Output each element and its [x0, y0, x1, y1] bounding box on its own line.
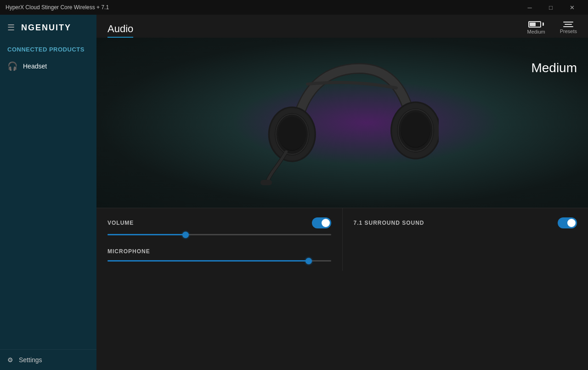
headset-svg: HX	[246, 45, 439, 201]
presets-button[interactable]: Presets	[560, 22, 577, 34]
medium-display: Medium	[531, 61, 577, 75]
sidebar-top: ☰ NGENUITY	[0, 15, 96, 40]
battery-indicator: Medium	[527, 21, 545, 34]
audio-header: Audio	[96, 15, 588, 38]
hamburger-icon[interactable]: ☰	[7, 23, 15, 33]
top-bar: Medium Presets	[516, 15, 588, 40]
svg-rect-9	[260, 180, 272, 185]
volume-slider-container	[107, 234, 331, 235]
sidebar-item-headset[interactable]: 🎧 Headset	[0, 57, 96, 76]
audio-tab[interactable]: Audio	[107, 23, 133, 38]
presets-label: Presets	[560, 28, 577, 34]
mic-slider-fill	[107, 260, 309, 262]
headset-icon: 🎧	[7, 61, 17, 71]
battery-label: Medium	[527, 29, 545, 34]
battery-icon	[528, 21, 544, 28]
settings-icon: ⚙	[7, 356, 13, 364]
battery-fill	[530, 23, 536, 26]
titlebar: HyperX Cloud Stinger Core Wireless + 7.1…	[0, 0, 588, 15]
volume-slider-track	[107, 234, 331, 235]
preset-line-3	[563, 26, 573, 27]
surround-panel: 7.1 SURROUND SOUND	[343, 208, 588, 271]
mic-slider-track	[107, 260, 331, 262]
battery-tip	[543, 23, 544, 26]
mic-slider-container	[107, 260, 331, 262]
volume-row: VOLUME	[107, 217, 331, 228]
surround-row: 7.1 SURROUND SOUND	[354, 217, 577, 228]
close-button[interactable]: ✕	[561, 0, 582, 15]
battery-body	[528, 21, 541, 28]
titlebar-controls: ─ □ ✕	[519, 0, 582, 15]
volume-slider-thumb[interactable]	[182, 232, 189, 238]
volume-toggle[interactable]	[312, 217, 331, 228]
settings-label: Settings	[19, 356, 42, 364]
titlebar-title: HyperX Cloud Stinger Core Wireless + 7.1	[6, 4, 519, 11]
minimize-button[interactable]: ─	[519, 0, 540, 15]
volume-mic-panel: VOLUME MICROPHONE	[96, 208, 343, 271]
maximize-button[interactable]: □	[540, 0, 561, 15]
mic-slider-thumb[interactable]	[305, 258, 312, 264]
main-content: Medium Presets Medium Audio	[96, 15, 588, 370]
surround-toggle[interactable]	[558, 217, 577, 228]
preset-line-1	[563, 22, 573, 23]
volume-slider-fill	[107, 234, 186, 235]
microphone-row: MICROPHONE	[107, 248, 331, 255]
svg-point-14	[278, 117, 306, 150]
preset-line-2	[565, 24, 572, 25]
connected-products-label: Connected Products	[0, 40, 96, 57]
presets-icon	[563, 22, 573, 27]
volume-label: VOLUME	[107, 220, 134, 226]
app-body: ☰ NGENUITY Connected Products 🎧 Headset …	[0, 15, 588, 370]
settings-nav-item[interactable]: ⚙ Settings	[0, 349, 96, 370]
controls-area: VOLUME MICROPHONE	[96, 208, 588, 271]
surround-label: 7.1 SURROUND SOUND	[354, 220, 424, 226]
microphone-label: MICROPHONE	[107, 248, 150, 255]
headset-area: HX	[96, 38, 588, 208]
sidebar: ☰ NGENUITY Connected Products 🎧 Headset …	[0, 15, 96, 370]
sidebar-item-headset-label: Headset	[23, 63, 47, 70]
svg-point-15	[401, 112, 430, 147]
sidebar-spacer	[0, 76, 96, 349]
headset-image: HX	[96, 38, 588, 208]
logo: NGENUITY	[21, 23, 71, 33]
